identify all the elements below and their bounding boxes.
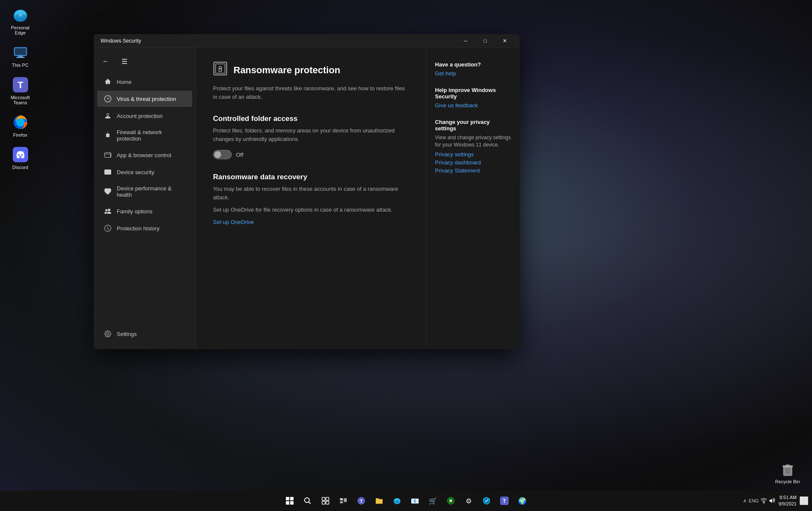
back-button[interactable]: ← — [99, 55, 112, 68]
svg-text:T: T — [503, 498, 506, 504]
svg-rect-33 — [326, 501, 329, 504]
setup-onedrive-link[interactable]: Set up OneDrive — [213, 219, 254, 225]
sidebar-item-virus[interactable]: Virus & threat protection — [97, 91, 192, 107]
tray-arrow[interactable]: ∧ — [743, 498, 747, 504]
taskbar-teams[interactable]: T — [496, 492, 513, 509]
taskbar-center: T 📧 🛒 — [281, 492, 531, 509]
privacy-desc: View and change privacy settings for you… — [435, 134, 511, 149]
desktop-icon-discord[interactable]: Discord — [4, 144, 36, 172]
chat-button[interactable]: T — [353, 492, 370, 509]
svg-rect-20 — [786, 465, 790, 466]
tray-language[interactable]: ENG — [749, 498, 759, 503]
sidebar-item-app-browser[interactable]: App & browser control — [97, 147, 192, 163]
svg-point-44 — [763, 503, 764, 504]
taskbar-xbox[interactable] — [442, 492, 459, 509]
this-pc-label: This PC — [12, 63, 29, 68]
svg-point-10 — [16, 118, 25, 126]
settings-icon — [104, 330, 112, 338]
tray-volume[interactable] — [769, 497, 776, 505]
system-tray-icons: ∧ ENG — [743, 497, 776, 505]
virus-label: Virus & threat protection — [117, 96, 176, 102]
sidebar-item-settings[interactable]: Settings — [97, 326, 192, 342]
search-button[interactable] — [299, 492, 316, 509]
window-title: Windows Security — [101, 38, 141, 44]
recycle-bin-icon — [779, 460, 796, 477]
file-explorer-button[interactable] — [371, 492, 388, 509]
controlled-folder-section: Controlled folder access Protect files, … — [213, 115, 409, 159]
page-title: Ransomware protection — [233, 65, 340, 76]
widgets-button[interactable] — [335, 492, 352, 509]
desktop-icon-personal-edge[interactable]: Personal Edge — [4, 4, 36, 37]
app-browser-icon — [104, 151, 112, 159]
this-pc-icon — [12, 44, 29, 61]
taskbar-app-1[interactable]: 📧 — [406, 492, 423, 509]
device-security-icon — [104, 168, 112, 176]
firefox-icon — [12, 114, 29, 131]
system-clock[interactable]: 8:51 AM 9/9/2021 — [778, 494, 797, 508]
svg-text:T: T — [360, 499, 363, 504]
time-display: 8:51 AM — [778, 494, 797, 501]
svg-rect-36 — [340, 501, 343, 503]
desktop-icon-recycle-bin[interactable]: Recycle Bin — [772, 458, 803, 486]
recovery-note: Set up OneDrive for file recovery option… — [213, 207, 409, 213]
desktop-icon-teams[interactable]: T Microsoft Teams — [4, 74, 36, 107]
svg-point-13 — [21, 154, 23, 156]
menu-button[interactable]: ☰ — [118, 55, 131, 68]
svg-rect-30 — [322, 497, 325, 500]
device-security-label: Device security — [117, 169, 154, 175]
firewall-icon — [104, 132, 112, 139]
protection-history-label: Protection history — [117, 225, 159, 232]
taskbar-settings[interactable]: ⚙ — [460, 492, 477, 509]
account-icon — [104, 112, 112, 120]
task-view-button[interactable] — [317, 492, 334, 509]
minimize-button[interactable]: ─ — [456, 34, 475, 48]
desktop-icons: Personal Edge This PC T Mic — [4, 4, 36, 172]
notification-area[interactable]: ⬜ — [799, 496, 809, 505]
question-title: Have a question? — [435, 61, 511, 68]
sidebar-item-device-security[interactable]: Device security — [97, 164, 192, 180]
tray-wifi[interactable] — [760, 497, 767, 505]
privacy-settings-link[interactable]: Privacy settings — [435, 151, 511, 158]
privacy-statement-link[interactable]: Privacy Statement — [435, 167, 511, 174]
start-button[interactable] — [281, 492, 298, 509]
taskbar-win-security[interactable] — [478, 492, 495, 509]
get-help-link[interactable]: Get help — [435, 70, 511, 77]
sidebar-item-account[interactable]: Account protection — [97, 108, 192, 124]
sidebar-item-home[interactable]: Home — [97, 74, 192, 90]
svg-point-28 — [305, 498, 309, 502]
improve-title: Help improve Windows Security — [435, 87, 511, 100]
recovery-title: Ransomware data recovery — [213, 173, 409, 181]
privacy-dashboard-link[interactable]: Privacy dashboard — [435, 159, 511, 166]
sidebar-item-firewall[interactable]: Firewall & network protection — [97, 125, 192, 146]
sidebar-item-device-health[interactable]: Device performance & health — [97, 181, 192, 202]
discord-label: Discord — [12, 165, 28, 170]
privacy-section: Change your privacy settings View and ch… — [435, 119, 511, 174]
ransomware-recovery-section: Ransomware data recovery You may be able… — [213, 173, 409, 226]
desktop-icon-firefox[interactable]: Firefox — [4, 112, 36, 140]
device-health-label: Device performance & health — [117, 185, 185, 198]
taskbar-app-2[interactable]: 🛒 — [424, 492, 441, 509]
app-browser-label: App & browser control — [117, 152, 171, 158]
desktop-icon-this-pc[interactable]: This PC — [4, 42, 36, 70]
device-health-icon — [104, 188, 112, 195]
page-header: Ransomware protection — [213, 61, 409, 79]
svg-rect-24 — [286, 497, 289, 500]
close-button[interactable]: ✕ — [495, 34, 515, 48]
sidebar-item-family[interactable]: Family options — [97, 203, 192, 219]
taskbar-right: ∧ ENG — [743, 494, 809, 508]
title-bar: Windows Security ─ □ ✕ — [94, 34, 520, 48]
sidebar-item-protection-history[interactable]: Protection history — [97, 220, 192, 236]
virus-icon — [104, 95, 112, 103]
sidebar-top: ← ☰ — [94, 51, 196, 72]
windows-security-window: Windows Security ─ □ ✕ ← ☰ — [94, 34, 520, 349]
discord-icon — [12, 146, 29, 163]
maximize-button[interactable]: □ — [475, 34, 495, 48]
taskbar-browser[interactable]: 🌍 — [514, 492, 531, 509]
svg-rect-6 — [16, 57, 25, 58]
controlled-folder-title: Controlled folder access — [213, 115, 409, 123]
controlled-folder-toggle[interactable] — [213, 150, 232, 159]
feedback-link[interactable]: Give us feedback — [435, 102, 511, 109]
date-display: 9/9/2021 — [778, 501, 797, 507]
edge-taskbar-button[interactable] — [389, 492, 406, 509]
home-icon — [104, 78, 112, 86]
